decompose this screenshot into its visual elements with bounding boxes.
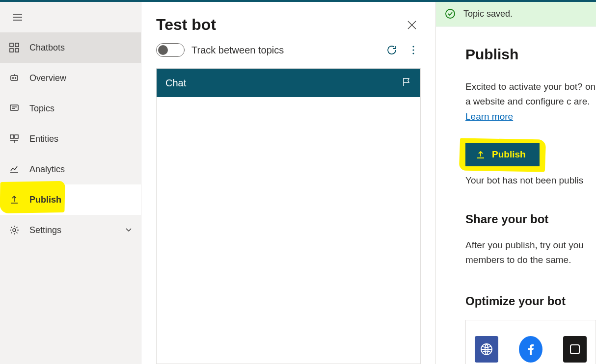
- publish-button[interactable]: Publish: [465, 143, 540, 166]
- publish-status-text: Your bot has not been publis: [465, 175, 596, 186]
- upload-icon: [9, 194, 20, 205]
- svg-rect-0: [10, 43, 13, 47]
- more-options-button[interactable]: [406, 43, 421, 57]
- svg-point-6: [15, 78, 16, 78]
- hamburger-menu-button[interactable]: [9, 8, 27, 26]
- test-bot-panel: Test bot Track between topics Chat: [141, 2, 436, 364]
- globe-icon: [479, 342, 494, 357]
- notification-text: Topic saved.: [463, 9, 513, 19]
- flag-icon: [402, 77, 411, 87]
- sidebar-item-label: Analytics: [29, 164, 132, 175]
- svg-point-13: [412, 52, 414, 54]
- hamburger-icon: [13, 14, 22, 21]
- chat-window: Chat: [156, 68, 421, 364]
- sidebar-item-label: Settings: [29, 225, 115, 235]
- sidebar-item-settings[interactable]: Settings: [0, 215, 141, 245]
- sidebar-item-topics[interactable]: Topics: [0, 93, 141, 124]
- close-icon: [406, 20, 417, 30]
- publish-button-label: Publish: [492, 149, 526, 160]
- sidebar-item-chatbots[interactable]: Chatbots: [0, 32, 141, 63]
- share-heading: Share your bot: [465, 212, 596, 226]
- svg-rect-2: [10, 49, 13, 52]
- close-button[interactable]: [403, 16, 421, 34]
- track-between-topics-toggle[interactable]: [156, 43, 185, 57]
- svg-rect-9: [15, 135, 18, 138]
- analytics-icon: [9, 164, 20, 175]
- publish-description: Excited to activate your bot? on a websi…: [465, 79, 596, 124]
- sidebar-item-overview[interactable]: Overview: [0, 63, 141, 93]
- svg-rect-8: [10, 135, 14, 138]
- svg-point-12: [412, 49, 414, 51]
- svg-rect-3: [15, 49, 19, 52]
- publish-desc-text: Excited to activate your bot? on a websi…: [465, 81, 596, 106]
- more-vertical-icon: [412, 46, 414, 54]
- svg-rect-7: [10, 105, 18, 110]
- reload-icon: [386, 45, 397, 55]
- flag-button[interactable]: [402, 77, 411, 89]
- svg-point-5: [13, 78, 14, 78]
- sidebar-item-label: Publish: [29, 195, 132, 205]
- bot-icon: [9, 73, 20, 83]
- channel-icon: [568, 342, 582, 357]
- notification-bar: Topic saved.: [436, 2, 596, 26]
- check-circle-icon: [445, 8, 456, 19]
- share-description: After you publish, try out you members t…: [465, 238, 596, 268]
- channel-other[interactable]: [563, 336, 587, 363]
- publish-heading: Publish: [465, 46, 596, 63]
- publish-button-highlight: Publish: [465, 143, 540, 166]
- entities-icon: [9, 133, 20, 144]
- publish-panel: Topic saved. Publish Excited to activate…: [436, 2, 596, 364]
- chat-header: Chat: [157, 69, 420, 97]
- sidebar-item-label: Chatbots: [29, 43, 132, 53]
- sidebar-item-publish[interactable]: Publish: [0, 184, 141, 215]
- toggle-knob: [158, 45, 168, 55]
- sidebar-item-label: Entities: [29, 134, 132, 144]
- reload-button[interactable]: [384, 43, 399, 57]
- track-toggle-label: Track between topics: [191, 45, 378, 56]
- sidebar-item-entities[interactable]: Entities: [0, 124, 141, 154]
- svg-rect-4: [11, 76, 18, 80]
- sidebar-item-analytics[interactable]: Analytics: [0, 154, 141, 184]
- channel-facebook[interactable]: [519, 336, 542, 363]
- svg-point-14: [446, 9, 455, 18]
- svg-point-11: [412, 46, 414, 47]
- test-bot-title: Test bot: [156, 16, 216, 34]
- svg-rect-16: [570, 345, 579, 354]
- sidebar: Chatbots Overview Topics Entities Analyt: [0, 2, 141, 364]
- channel-custom-website[interactable]: [475, 336, 498, 363]
- chat-header-title: Chat: [165, 78, 186, 89]
- sidebar-item-label: Overview: [29, 73, 132, 83]
- chevron-down-icon: [125, 225, 132, 235]
- learn-more-link[interactable]: Learn more: [465, 111, 513, 122]
- gear-icon: [9, 225, 20, 235]
- optimize-heading: Optimize your bot: [465, 294, 596, 308]
- facebook-icon: [523, 342, 538, 357]
- upload-icon: [476, 150, 485, 159]
- svg-point-10: [13, 229, 16, 232]
- channel-card: [465, 320, 596, 364]
- grid-icon: [9, 42, 20, 53]
- svg-rect-1: [15, 43, 19, 47]
- sidebar-item-label: Topics: [29, 104, 132, 114]
- chat-icon: [9, 103, 20, 114]
